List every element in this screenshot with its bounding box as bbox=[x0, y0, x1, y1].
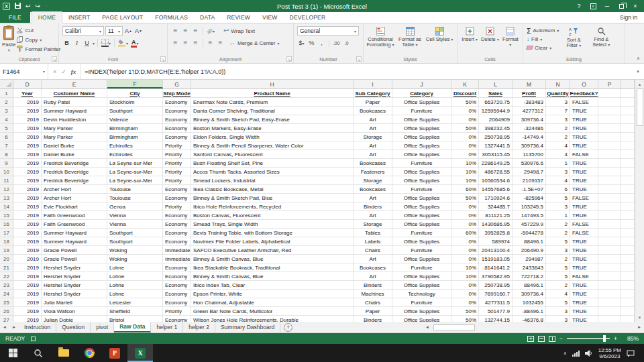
cell[interactable]: 0% bbox=[451, 202, 479, 211]
cell[interactable]: Chairs bbox=[354, 246, 392, 255]
cell[interactable] bbox=[621, 211, 635, 220]
cell[interactable] bbox=[598, 272, 621, 281]
cell[interactable]: 2019 bbox=[13, 107, 42, 115]
scroll-right-icon[interactable]: ► bbox=[635, 325, 644, 329]
cell[interactable]: Evie Flockhart bbox=[42, 202, 107, 211]
autosum-button[interactable]: ∑AutoSum▾ bbox=[525, 26, 560, 34]
cell[interactable]: 1710924.6 bbox=[479, 194, 513, 202]
cell[interactable]: TRUE bbox=[570, 202, 598, 211]
cell[interactable]: 2019 bbox=[13, 211, 42, 220]
minimize-button[interactable]: ─ bbox=[601, 1, 613, 11]
cell[interactable]: 3 bbox=[546, 202, 570, 211]
zoom-out-icon[interactable]: − bbox=[559, 335, 563, 342]
cell-styles-button[interactable]: Cell Styles ▾ bbox=[425, 25, 454, 56]
cell[interactable]: Economy bbox=[163, 281, 191, 290]
row-header-21[interactable]: 21 bbox=[0, 263, 13, 272]
cell[interactable]: Priority bbox=[163, 202, 191, 211]
cell[interactable]: Quantity bbox=[546, 89, 570, 98]
row-header-9[interactable]: 9 bbox=[0, 159, 13, 168]
file-explorer-button[interactable] bbox=[51, 344, 76, 362]
increase-indent-button[interactable]: ≡ bbox=[216, 38, 225, 48]
cell[interactable]: 811121.25 bbox=[479, 211, 513, 220]
cell[interactable]: 2019 bbox=[13, 194, 42, 202]
cell[interactable]: Art bbox=[354, 124, 392, 133]
cell[interactable]: 2109157 bbox=[513, 176, 546, 185]
zoom-slider[interactable] bbox=[567, 338, 610, 339]
align-center-button[interactable]: ≡ bbox=[181, 38, 190, 48]
cell[interactable]: Binney & Smith Sketch Pad, Blue bbox=[191, 194, 354, 202]
cell[interactable]: Sales bbox=[479, 89, 513, 98]
cell[interactable]: Economy bbox=[163, 133, 191, 141]
cell[interactable]: Furniture bbox=[392, 229, 451, 237]
cell[interactable]: 2019 bbox=[13, 159, 42, 168]
ribbon-tab-data[interactable]: DATA bbox=[194, 12, 221, 23]
cell[interactable]: 103245.5 bbox=[513, 202, 546, 211]
cell[interactable] bbox=[621, 298, 635, 307]
cell[interactable]: Bristol bbox=[107, 316, 163, 322]
cell[interactable]: Year bbox=[13, 89, 42, 98]
cell[interactable]: Faith Greenwood bbox=[42, 220, 107, 229]
cell[interactable]: FALSE bbox=[570, 229, 598, 237]
format-as-table-button[interactable]: Format as Table ▾ bbox=[395, 25, 425, 56]
row-header-14[interactable]: 14 bbox=[0, 202, 13, 211]
cell[interactable]: 5 bbox=[546, 194, 570, 202]
cell[interactable] bbox=[621, 263, 635, 272]
cell[interactable]: Fasteners bbox=[354, 168, 392, 176]
cell[interactable]: Mary Parker bbox=[42, 133, 107, 141]
cell[interactable]: Lohne bbox=[107, 290, 163, 298]
column-header-K[interactable]: K bbox=[451, 80, 479, 88]
cell[interactable]: 1 bbox=[546, 159, 570, 168]
cell[interactable]: TRUE bbox=[570, 115, 598, 124]
cell[interactable]: 10560534.6 bbox=[479, 176, 513, 185]
cell[interactable]: 0% bbox=[451, 115, 479, 124]
align-middle-button[interactable]: ≡ bbox=[181, 26, 190, 36]
cell[interactable] bbox=[598, 159, 621, 168]
column-header-blank[interactable] bbox=[621, 80, 635, 88]
cell[interactable]: 132744.15 bbox=[479, 316, 513, 322]
sheet-tab-question[interactable]: Question bbox=[56, 322, 91, 333]
network-icon[interactable] bbox=[572, 350, 580, 357]
ribbon-tab-page-layout[interactable]: PAGE LAYOUT bbox=[96, 12, 149, 23]
cell[interactable]: Tables bbox=[354, 229, 392, 237]
cell[interactable]: 0% bbox=[451, 141, 479, 150]
cell[interactable]: 2019 bbox=[13, 229, 42, 237]
row-header-3[interactable]: 3 bbox=[0, 107, 13, 115]
cell[interactable]: Lohne bbox=[107, 263, 163, 272]
cell[interactable]: Echirolles bbox=[107, 141, 163, 150]
cell[interactable] bbox=[598, 263, 621, 272]
save-button[interactable] bbox=[15, 3, 21, 10]
scroll-down-icon[interactable]: ▼ bbox=[635, 313, 644, 322]
cell[interactable] bbox=[621, 307, 635, 316]
orientation-button[interactable]: ab▾ bbox=[206, 26, 215, 36]
cell[interactable] bbox=[621, 194, 635, 202]
cell[interactable]: Epson Printer, White bbox=[191, 290, 354, 298]
ribbon-tab-file[interactable]: FILE bbox=[0, 12, 30, 23]
row-header-17[interactable]: 17 bbox=[0, 229, 13, 237]
cell[interactable]: Category bbox=[392, 89, 451, 98]
cell[interactable] bbox=[621, 115, 635, 124]
cell[interactable]: Paper bbox=[354, 307, 392, 316]
cell[interactable]: Feedback? bbox=[570, 89, 598, 98]
cell[interactable]: 3790582.95 bbox=[479, 272, 513, 281]
cell[interactable]: 3952825.8 bbox=[479, 229, 513, 237]
vertical-scroll-thumb[interactable] bbox=[637, 88, 643, 126]
cell[interactable]: Binney & Smith Sketch Pad, Easy-Erase bbox=[191, 115, 354, 124]
cell[interactable]: 589974 bbox=[479, 237, 513, 246]
cell[interactable]: Immediate bbox=[163, 255, 191, 263]
row-header-24[interactable]: 24 bbox=[0, 290, 13, 298]
cell[interactable]: Binney & Smith Canvas, Blue bbox=[191, 255, 354, 263]
cell[interactable]: 6 bbox=[546, 185, 570, 194]
row-header-11[interactable]: 11 bbox=[0, 176, 13, 185]
cut-button[interactable]: Cut bbox=[15, 26, 62, 34]
cell[interactable] bbox=[621, 176, 635, 185]
cell[interactable] bbox=[598, 255, 621, 263]
cell[interactable]: 0% bbox=[451, 255, 479, 263]
cell[interactable] bbox=[598, 220, 621, 229]
cell[interactable]: Economy bbox=[163, 237, 191, 246]
cell[interactable]: Priority bbox=[163, 150, 191, 159]
macro-record-icon[interactable] bbox=[31, 337, 36, 341]
comma-style-button[interactable]: , bbox=[317, 38, 326, 48]
bold-button[interactable]: B bbox=[62, 38, 71, 48]
cell[interactable]: 0% bbox=[451, 290, 479, 298]
ribbon-tab-home[interactable]: HOME bbox=[32, 11, 62, 23]
